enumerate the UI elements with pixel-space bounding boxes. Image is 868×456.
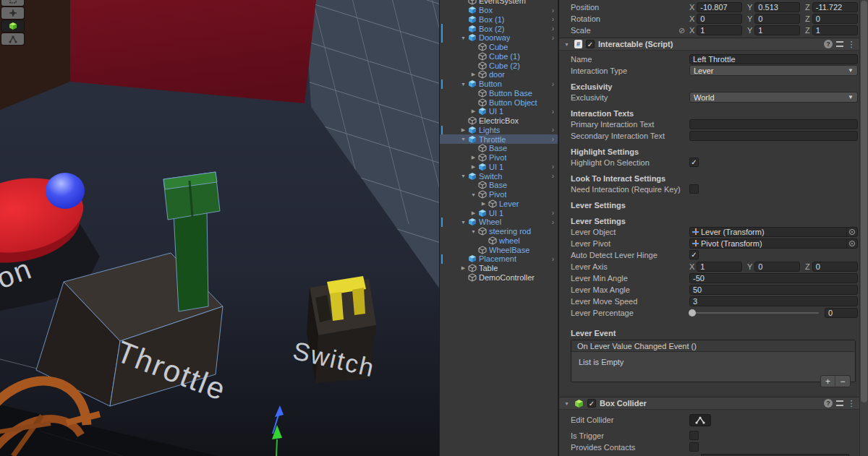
hierarchy-row[interactable]: ▼ Wheel ›	[440, 218, 558, 227]
foldout-arrow-icon[interactable]: ▼	[459, 35, 468, 40]
remove-event-button[interactable]: −	[835, 376, 850, 387]
scale-z-field[interactable]: 1	[812, 25, 858, 35]
slider-knob[interactable]	[689, 309, 696, 317]
hierarchy-row[interactable]: ▶ door	[440, 70, 558, 79]
position-z-field[interactable]: -11.722	[812, 2, 858, 12]
rotation-y-field[interactable]: 0	[754, 14, 800, 24]
exclusivity-dropdown[interactable]: World ▼	[689, 92, 858, 103]
hierarchy-row[interactable]: Base	[440, 144, 558, 153]
foldout-arrow-icon[interactable]: ▼	[459, 220, 468, 225]
foldout-arrow-icon[interactable]: ▶	[479, 201, 488, 207]
foldout-arrow-icon[interactable]: ▶	[469, 164, 478, 170]
lever-percentage-field[interactable]: 0	[825, 308, 858, 318]
prefab-open-chevron[interactable]: ›	[552, 108, 558, 116]
position-y-field[interactable]: 0.513	[754, 2, 800, 12]
hierarchy-row[interactable]: Cube (2)	[440, 61, 558, 70]
hierarchy-row[interactable]: Box ›	[440, 6, 558, 15]
provides-contacts-checkbox[interactable]	[689, 442, 699, 452]
hierarchy-row[interactable]: wheel	[440, 236, 558, 246]
edit-collider-button[interactable]	[689, 414, 711, 426]
foldout-arrow-icon[interactable]: ▼	[469, 229, 478, 234]
scale-y-field[interactable]: 1	[754, 25, 800, 35]
hierarchy-row[interactable]: ▼ Switch ›	[440, 171, 558, 181]
auto-detect-checkbox[interactable]: ✓	[689, 250, 699, 259]
foldout-arrow-icon[interactable]: ▼	[469, 192, 478, 197]
component-enabled-checkbox[interactable]: ✓	[586, 40, 595, 48]
hierarchy-row[interactable]: ▶ Lever	[440, 199, 558, 209]
scale-link-icon[interactable]: ⊘	[678, 26, 685, 35]
rotation-z-field[interactable]: 0	[812, 14, 858, 24]
foldout-arrow-icon[interactable]: ▼	[459, 137, 468, 142]
prefab-open-chevron[interactable]: ›	[552, 209, 558, 217]
secondary-text-input[interactable]	[689, 131, 858, 141]
hierarchy-row[interactable]: ▼ Throttle ›	[440, 134, 558, 144]
need-interaction-checkbox[interactable]	[689, 184, 699, 194]
hierarchy-row[interactable]: ▼ Doorway ›	[440, 33, 558, 43]
prefab-open-chevron[interactable]: ›	[552, 7, 558, 14]
prefab-open-chevron[interactable]: ›	[552, 172, 558, 180]
box-collider-component-header[interactable]: ▼ ✓ Box Collider ? ⋮	[559, 397, 860, 410]
foldout-arrow-icon[interactable]: ▶	[459, 127, 468, 133]
hierarchy-row[interactable]: ▶ UI 1 ›	[440, 163, 558, 172]
foldout-arrow-icon[interactable]: ▶	[459, 265, 468, 271]
component-foldout-icon[interactable]: ▼	[562, 401, 571, 406]
foldout-arrow-icon[interactable]: ▶	[469, 72, 478, 77]
move-tool-button[interactable]	[1, 7, 24, 19]
lever-max-angle-field[interactable]: 50	[689, 285, 858, 295]
foldout-arrow-icon[interactable]: ▼	[459, 173, 468, 178]
foldout-arrow-icon[interactable]: ▼	[459, 82, 468, 87]
help-button[interactable]: ?	[822, 399, 834, 408]
rect-tool-button[interactable]	[1, 0, 24, 6]
foldout-arrow-icon[interactable]: ▶	[469, 155, 478, 160]
hierarchy-row[interactable]: ▶ Table	[440, 264, 558, 273]
hierarchy-row[interactable]: Placement ›	[440, 254, 558, 264]
presets-button[interactable]	[834, 400, 846, 406]
prefab-open-chevron[interactable]: ›	[552, 25, 558, 33]
add-event-button[interactable]: +	[821, 376, 835, 387]
presets-button[interactable]	[834, 41, 846, 47]
lever-min-angle-field[interactable]: -50	[689, 273, 858, 283]
hierarchy-row[interactable]: ▼ Button ›	[440, 79, 558, 89]
scene-view[interactable]: Throttle Switch on	[0, 0, 440, 456]
hierarchy-row[interactable]: Cube	[440, 43, 558, 52]
lever-axis-x-field[interactable]: 1	[697, 262, 742, 272]
prefab-open-chevron[interactable]: ›	[552, 34, 558, 42]
component-foldout-icon[interactable]: ▼	[562, 42, 571, 47]
prefab-open-chevron[interactable]: ›	[552, 135, 558, 143]
lever-percentage-slider[interactable]	[689, 312, 819, 314]
foldout-arrow-icon[interactable]: ▶	[469, 210, 478, 216]
inspector-scrollbar[interactable]	[859, 0, 868, 456]
prefab-open-chevron[interactable]: ›	[552, 15, 558, 23]
lever-object-field[interactable]: Lever (Transform)	[689, 227, 858, 237]
hierarchy-row[interactable]: ▶ UI 1 ›	[440, 107, 558, 116]
scale-x-field[interactable]: 1	[697, 25, 742, 35]
hierarchy-row[interactable]: EventSystem	[440, 0, 558, 6]
object-picker-icon[interactable]	[846, 238, 857, 249]
prefab-open-chevron[interactable]: ›	[552, 163, 558, 171]
hierarchy-row[interactable]: WheelBase	[440, 245, 558, 254]
highlight-on-selection-checkbox[interactable]: ✓	[689, 158, 699, 167]
scrollbar-thumb[interactable]	[861, 1, 867, 403]
lever-pivot-field[interactable]: Pivot (Transform)	[689, 238, 858, 249]
name-input[interactable]: Left Throttle	[689, 54, 858, 64]
hierarchy-row[interactable]: Box (1) ›	[440, 15, 558, 25]
prefab-open-chevron[interactable]: ›	[552, 218, 558, 226]
hierarchy-row[interactable]: ▶ Pivot	[440, 153, 558, 163]
interaction-type-dropdown[interactable]: Lever ▼	[689, 65, 858, 76]
primary-text-input[interactable]	[689, 119, 858, 129]
hierarchy-row[interactable]: ElectricBox	[440, 116, 558, 126]
lever-axis-y-field[interactable]: 0	[754, 262, 800, 272]
collider-tool-button[interactable]	[1, 33, 24, 45]
position-x-field[interactable]: -10.807	[697, 2, 742, 12]
foldout-arrow-icon[interactable]: ▶	[469, 108, 478, 114]
help-button[interactable]: ?	[822, 40, 834, 48]
hierarchy-row[interactable]: Button Object	[440, 98, 558, 107]
prefab-open-chevron[interactable]: ›	[552, 255, 558, 263]
cube-tool-button[interactable]	[1, 20, 24, 32]
hierarchy-row[interactable]: Base	[440, 181, 558, 190]
component-enabled-checkbox[interactable]: ✓	[587, 399, 596, 408]
hierarchy-row[interactable]: ▼ steering rod	[440, 227, 558, 236]
is-trigger-checkbox[interactable]	[689, 431, 699, 440]
prefab-open-chevron[interactable]: ›	[552, 126, 558, 134]
hierarchy-row[interactable]: ▶ UI 1 ›	[440, 208, 558, 218]
